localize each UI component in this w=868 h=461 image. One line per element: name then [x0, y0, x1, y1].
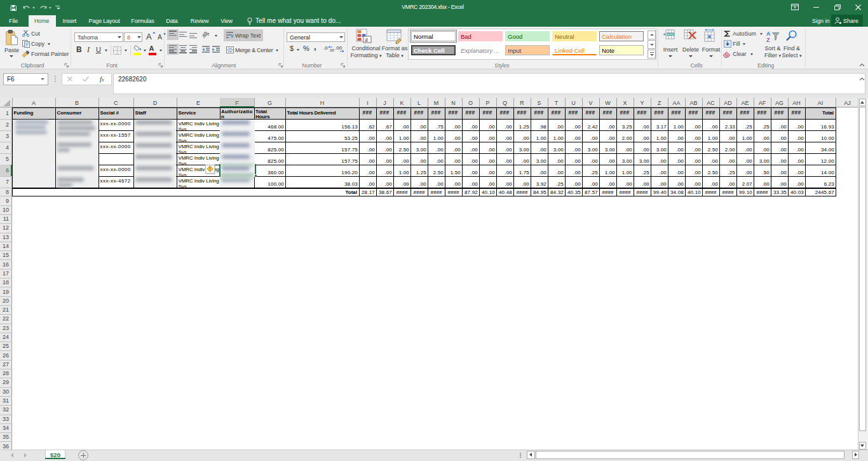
svg-text:ab: ab [201, 30, 209, 38]
svg-text:.00: .00 [335, 45, 342, 51]
svg-text:A: A [766, 31, 771, 37]
svg-text:≠: ≠ [365, 37, 369, 43]
svg-text:A: A [146, 32, 152, 41]
svg-text:.0: .0 [323, 45, 328, 51]
svg-text:Z: Z [766, 37, 770, 43]
svg-text:.00: .00 [329, 48, 335, 52]
svg-text:A: A [158, 33, 162, 41]
